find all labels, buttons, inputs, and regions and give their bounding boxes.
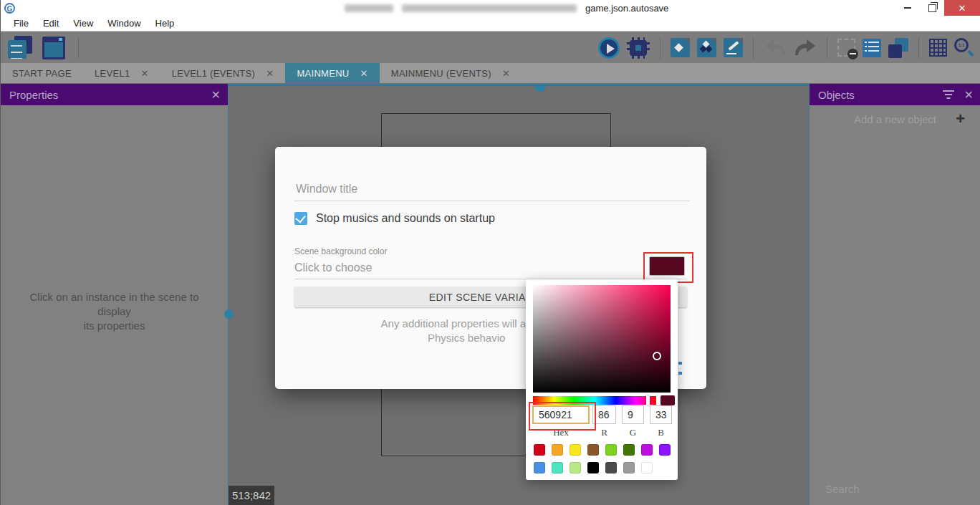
green-input[interactable] (622, 405, 644, 424)
preset-color-swatch[interactable] (623, 462, 635, 473)
instances-list-icon[interactable] (863, 39, 881, 57)
menu-help[interactable]: Help (148, 16, 182, 31)
redacted-title-block (345, 4, 393, 12)
edit-scene-document-icon[interactable] (724, 38, 743, 57)
menu-view[interactable]: View (66, 16, 100, 31)
restore-button[interactable] (920, 0, 944, 16)
objects-document-icon[interactable] (697, 38, 716, 57)
preset-color-swatch[interactable] (587, 462, 599, 473)
properties-close-icon[interactable]: ✕ (211, 88, 221, 102)
preset-color-swatch[interactable] (659, 444, 671, 456)
scene-window-icon[interactable] (42, 37, 65, 59)
tab-mainmenu[interactable]: MAINMENU✕ (285, 63, 379, 83)
tab-mainmenu-events[interactable]: MAINMENU (EVENTS)✕ (380, 63, 522, 83)
saturation-area[interactable] (533, 285, 671, 393)
preset-color-swatch[interactable] (641, 444, 653, 456)
preset-color-swatch[interactable] (552, 462, 563, 473)
layers-icon[interactable] (888, 38, 908, 58)
title-bar: G game.json.autosave ✕ (1, 0, 980, 16)
preset-color-swatch[interactable] (587, 444, 599, 456)
toolbar-divider (78, 37, 79, 59)
tab-close-icon[interactable]: ✕ (502, 68, 510, 79)
restore-icon (928, 4, 936, 12)
stop-music-label: Stop musics and sounds on startup (316, 212, 495, 225)
toolbar-divider (918, 37, 919, 59)
menu-bar: File Edit View Window Help (1, 16, 980, 32)
hidden-link-fragment (678, 362, 682, 365)
preset-color-swatch[interactable] (552, 444, 563, 456)
scene-background-color-label: Scene background color (294, 246, 387, 256)
properties-empty-message: Click on an instance in the scene to dis… (14, 290, 215, 333)
blue-input[interactable] (650, 405, 672, 424)
hue-slider-handle[interactable] (646, 395, 650, 405)
add-object-plus-icon[interactable]: + (956, 110, 965, 128)
redacted-title-block (402, 4, 577, 12)
tab-close-icon[interactable]: ✕ (266, 68, 274, 79)
b-label: B (650, 427, 672, 438)
g-label: G (622, 427, 644, 438)
window-title-text: game.json.autosave (585, 3, 668, 14)
filter-icon[interactable] (943, 90, 954, 99)
tab-close-icon[interactable]: ✕ (360, 68, 368, 79)
preset-color-swatch[interactable] (605, 462, 617, 473)
preset-color-swatch[interactable] (534, 462, 545, 473)
stop-music-checkbox[interactable] (294, 212, 307, 225)
preset-color-swatch[interactable] (570, 462, 581, 473)
panel-drag-handle-left[interactable] (224, 309, 234, 319)
tab-close-icon[interactable]: ✕ (140, 68, 148, 79)
cursor-coordinates-badge: 513;842 (229, 486, 274, 505)
additional-properties-note: Physics behavio (428, 332, 505, 344)
toggle-mask-icon[interactable] (837, 39, 855, 57)
tab-level1-events[interactable]: LEVEL1 (EVENTS)✕ (160, 63, 286, 83)
window-title: game.json.autosave (345, 0, 668, 16)
debug-icon[interactable] (630, 40, 647, 56)
objects-panel: Objects ✕ Add a new object + (809, 84, 980, 505)
menu-window[interactable]: Window (100, 16, 148, 31)
redo-icon[interactable] (794, 39, 817, 57)
preset-color-swatch[interactable] (570, 444, 581, 456)
properties-panel-header: Properties ✕ (1, 84, 228, 105)
toolbar-divider (660, 37, 660, 59)
objects-close-icon[interactable]: ✕ (964, 88, 974, 102)
add-new-object-label: Add a new object (854, 113, 936, 125)
toolbar: 1:1 (1, 32, 980, 63)
preset-color-swatch[interactable] (534, 444, 545, 456)
properties-panel-title: Properties (9, 89, 58, 101)
tab-level1[interactable]: LEVEL1✕ (83, 63, 160, 83)
menu-file[interactable]: File (6, 16, 36, 31)
export-document-icon[interactable] (671, 38, 690, 57)
tab-bar: START PAGE LEVEL1✕ LEVEL1 (EVENTS)✕ MAIN… (1, 63, 980, 84)
zoom-original-1-1-icon[interactable]: 1:1 (954, 38, 974, 58)
objects-panel-header: Objects ✕ (810, 84, 980, 105)
highlight-annotation-hex (529, 402, 596, 431)
toolbar-divider (827, 37, 827, 59)
tab-start-page[interactable]: START PAGE (1, 63, 83, 83)
saturation-cursor[interactable] (653, 352, 661, 360)
toolbar-divider (753, 37, 754, 59)
gdevelop-window: G game.json.autosave ✕ File Edit View Wi… (0, 0, 980, 505)
preview-play-icon[interactable] (598, 37, 620, 59)
preset-color-swatch[interactable] (623, 444, 635, 456)
current-color-swatch (660, 395, 675, 405)
hidden-link-fragment (678, 372, 682, 375)
highlight-annotation-swatch (643, 252, 693, 283)
objects-search-row (810, 472, 980, 505)
objects-search-input[interactable] (824, 482, 969, 496)
active-tab-underline (229, 84, 809, 86)
click-to-choose-text[interactable]: Click to choose (294, 261, 373, 274)
preset-color-swatch[interactable] (605, 444, 617, 456)
gdevelop-logo-icon: G (4, 3, 15, 14)
add-new-object-row[interactable]: Add a new object + (810, 105, 980, 133)
grid-icon[interactable] (929, 39, 947, 57)
preset-swatch-grid (534, 444, 673, 473)
undo-icon[interactable] (764, 39, 787, 57)
menu-edit[interactable]: Edit (36, 16, 66, 31)
window-title-field[interactable] (294, 178, 690, 201)
color-picker-popup: Hex R G B (526, 279, 678, 480)
project-manager-icon[interactable] (8, 36, 32, 60)
objects-panel-title: Objects (818, 89, 855, 101)
minimize-button[interactable] (895, 0, 920, 16)
properties-panel: Properties ✕ Click on an instance in the… (1, 84, 229, 505)
close-button[interactable]: ✕ (944, 0, 980, 16)
preset-color-swatch[interactable] (641, 462, 653, 473)
